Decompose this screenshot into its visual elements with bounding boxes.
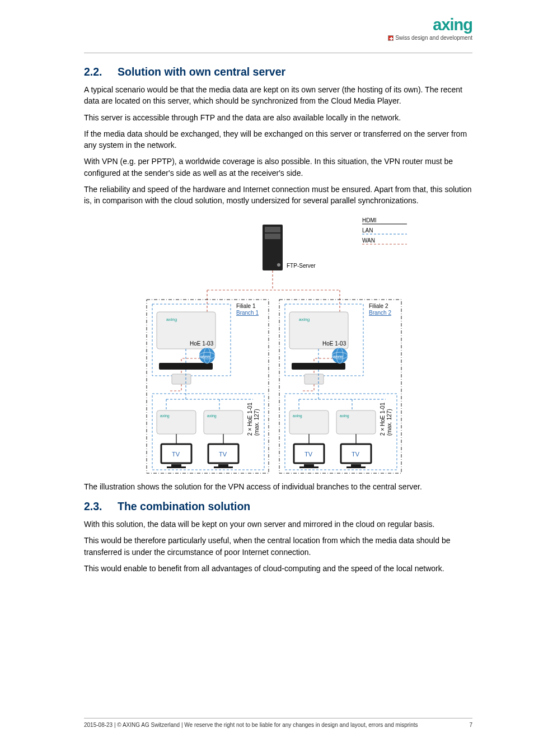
svg-rect-41 (305, 374, 324, 384)
svg-text:TV: TV (305, 451, 313, 458)
section-number: 2.2. (84, 66, 118, 78)
section-number: 2.3. (84, 500, 118, 513)
section-title: Solution with own central server (118, 66, 285, 78)
legend-lan-label: LAN (362, 227, 373, 234)
brand-name: axing (383, 17, 472, 33)
section-heading-2-3: 2.3.The combination solution (84, 500, 472, 513)
tv-icon: TV (161, 444, 191, 468)
section-heading-2-2: 2.2.Solution with own central server (84, 66, 472, 78)
svg-rect-10 (159, 363, 213, 370)
svg-point-6 (277, 263, 280, 267)
svg-rect-31 (167, 466, 186, 468)
svg-text:axing: axing (340, 414, 349, 418)
paragraph: A typical scenario would be that the med… (84, 84, 472, 107)
svg-rect-66 (351, 464, 361, 466)
svg-rect-5 (265, 234, 280, 239)
svg-rect-40 (292, 363, 345, 370)
branch-title-en: Branch 1 (236, 310, 259, 316)
ftp-server-label: FTP-Server (287, 263, 316, 269)
svg-text:www: www (200, 354, 210, 359)
section-title: The combination solution (118, 500, 250, 512)
paragraph: This server is accessible through FTP an… (84, 112, 472, 123)
svg-rect-35 (214, 466, 233, 468)
ftp-server-icon (263, 225, 283, 270)
svg-text:TV: TV (219, 451, 227, 458)
legend-wan-label: WAN (362, 237, 375, 244)
svg-text:axing: axing (293, 414, 302, 418)
brand-tagline: Swiss design and development (383, 35, 472, 41)
brand-logo: axing Swiss design and development (383, 17, 472, 41)
svg-rect-34 (218, 464, 228, 466)
tv-icon: TV (208, 444, 238, 468)
paragraph: If the media data should be exchanged, t… (84, 128, 472, 151)
sender-label: HoE 1-03 (322, 340, 346, 347)
branch-title-native: Filiale 1 (236, 303, 256, 309)
svg-text:axing: axing (160, 414, 170, 418)
paragraph: This would enable to benefit from all ad… (84, 563, 472, 574)
branch-1: Filiale 1 Branch 1 axing HoE 1-03 www (147, 300, 269, 473)
receiver-count-line2: (max. 127) (254, 409, 260, 436)
www-globe-icon: www (332, 348, 348, 363)
svg-text:www: www (332, 354, 343, 359)
svg-rect-30 (171, 464, 181, 466)
svg-text:axing: axing (299, 317, 310, 322)
receiver-count-line1: 2 × HoE 1-01 (247, 402, 253, 436)
page-header: axing Swiss design and development (84, 17, 472, 53)
paragraph: The reliability and speed of the hardwar… (84, 184, 472, 207)
page-footer: 2015-08-23 | © AXING AG Switzerland | We… (84, 718, 472, 728)
branch-2: Filiale 2 Branch 2 axing HoE 1-03 www (279, 300, 401, 473)
svg-text:TV: TV (352, 451, 360, 458)
paragraph: With VPN (e.g. per PPTP), a worldwide co… (84, 156, 472, 179)
diagram-legend: HDMI LAN WAN (362, 217, 407, 244)
network-diagram: HDMI LAN WAN FTP-Server (141, 214, 415, 478)
branch-title-en: Branch 2 (369, 310, 391, 316)
page: axing Swiss design and development 2.2.S… (0, 0, 534, 756)
svg-text:TV: TV (172, 451, 180, 458)
router-brand: axing (166, 317, 177, 322)
svg-rect-67 (346, 466, 366, 468)
legend-hdmi-label: HDMI (362, 217, 377, 223)
footer-text: 2015-08-23 | © AXING AG Switzerland | We… (84, 722, 418, 728)
page-number: 7 (469, 722, 472, 728)
svg-text:axing: axing (207, 414, 217, 418)
svg-text:(max. 127): (max. 127) (386, 409, 392, 436)
branch-title-native: Filiale 2 (369, 303, 388, 309)
figure-caption: The illustration shows the solution for … (84, 481, 472, 492)
svg-text:2 × HoE 1-01: 2 × HoE 1-01 (380, 402, 386, 436)
sender-label: HoE 1-03 (190, 340, 214, 347)
svg-rect-11 (172, 374, 191, 384)
paragraph: This would be therefore particularly use… (84, 535, 472, 558)
swiss-flag-icon (388, 35, 394, 41)
svg-rect-4 (265, 227, 280, 232)
www-globe-icon: www (199, 348, 215, 363)
svg-rect-63 (299, 466, 318, 468)
svg-rect-62 (304, 464, 314, 466)
paragraph: With this solution, the data will be kep… (84, 519, 472, 530)
